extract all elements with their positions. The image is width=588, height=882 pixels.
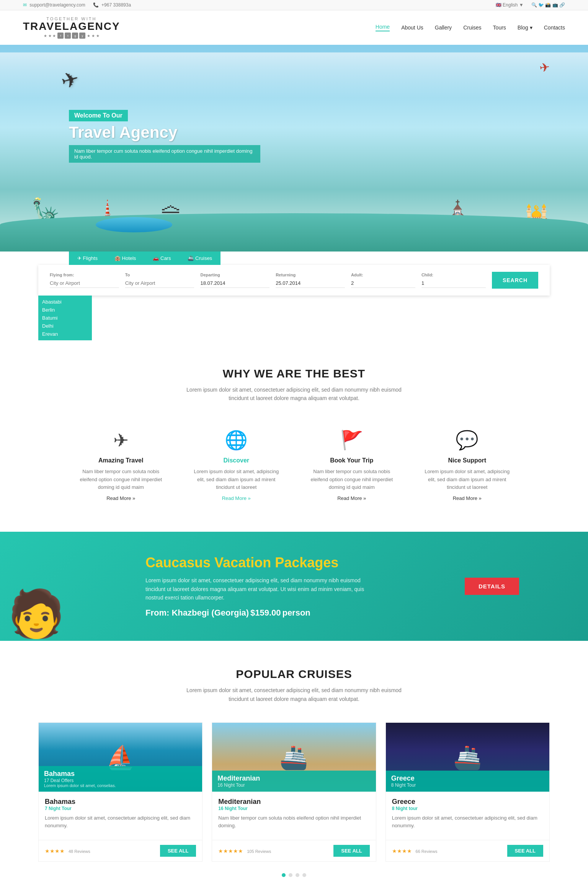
cruise-footer-med: ★★★★★ 105 Reviews SEE ALL <box>212 840 376 861</box>
cruise-card-mediteranian: 🚢 Mediteranian 16 Night Tour Mediterania… <box>212 722 376 862</box>
to-input[interactable] <box>125 279 194 288</box>
cruise-tour-med: 16 Night Tour <box>218 806 369 811</box>
cruise-footer-greece: ★★★★ 66 Reviews SEE ALL <box>386 840 549 861</box>
feature-support-readmore[interactable]: Read More <box>453 495 482 501</box>
feature-discover-readmore[interactable]: Read More <box>222 495 251 501</box>
search-button[interactable]: SEARCH <box>492 272 538 289</box>
header: Together With TRAVELAGENCY ★ ★ ★ f t g y… <box>0 10 588 45</box>
vacation-banner: 🧑 Caucasus Vacation Packages Lorem ipsum… <box>0 532 588 641</box>
nav-home[interactable]: Home <box>376 24 390 31</box>
discover-icon: 🌐 <box>192 430 281 451</box>
see-all-bahamas[interactable]: SEE ALL <box>160 845 196 857</box>
cruise-name-med: Mediteranian <box>218 798 369 806</box>
nav-cruises[interactable]: Cruises <box>463 24 481 31</box>
dot-3[interactable] <box>296 873 299 877</box>
cruise-overlay-title-greece: Greece <box>391 774 544 782</box>
feature-discover-title: Discover <box>192 457 281 464</box>
carousel-dots <box>38 873 550 877</box>
vacation-desc: Lorem ipsum dolor sit amet, consectetuer… <box>145 576 375 602</box>
dropdown-list: Abastabi Berlin Batumi Delhi Erevan <box>42 298 88 338</box>
cruise-body-med: Mediteranian 16 Night Tour Nam liber tem… <box>212 792 376 840</box>
cruise-body-greece: Greece 8 Night tour Lorem ipsum dolor si… <box>386 792 549 840</box>
stars-med: ★★★★★ <box>218 848 243 854</box>
dropdown-item-1[interactable]: Abastabi <box>42 298 88 306</box>
phone-icon: 📞 <box>93 2 99 8</box>
cruise-overlay-title-bahamas: Bahamas <box>44 770 197 778</box>
see-all-med[interactable]: SEE ALL <box>333 845 369 857</box>
gp-icon[interactable]: g <box>72 33 78 39</box>
nav-blog[interactable]: Blog ▾ <box>518 24 532 31</box>
vacation-details-button[interactable]: DETAILS <box>465 578 519 595</box>
search-section: ✈ Flights 🏨 Hotels 🚗 Cars 🚢 Cruises Flyi… <box>0 252 588 340</box>
logo: Together With TRAVELAGENCY ★ ★ ★ f t g y… <box>23 16 120 39</box>
feature-travel: ✈ Amazing Travel Nam liber tempor cum so… <box>69 422 173 509</box>
email-info: ✉ support@travelagency.com <box>23 2 85 8</box>
tab-cars[interactable]: 🚗 Cars <box>144 252 179 265</box>
dropdown-item-4[interactable]: Delhi <box>42 322 88 330</box>
tab-hotels[interactable]: 🏨 Hotels <box>106 252 144 265</box>
cruise-name-greece: Greece <box>392 798 543 806</box>
dropdown-item-3[interactable]: Batumi <box>42 314 88 322</box>
top-bar-left: ✉ support@travelagency.com 📞 +967 338893… <box>23 2 131 8</box>
cruise-rating-bahamas: ★★★★ 48 Reviews <box>45 848 90 854</box>
logo-social-links: f t g y <box>57 33 85 39</box>
yt-icon[interactable]: y <box>79 33 85 39</box>
flying-from-input[interactable] <box>50 279 119 288</box>
features-grid: ✈ Amazing Travel Nam liber tempor cum so… <box>69 422 519 509</box>
cruise-overlay-sub-med: 16 Night Tour <box>217 782 370 788</box>
tab-cruises[interactable]: 🚢 Cruises <box>179 252 220 265</box>
adult-group: Adult: <box>351 273 415 288</box>
tab-flights[interactable]: ✈ Flights <box>69 252 106 265</box>
cruise-overlay-title-med: Mediteranian <box>217 774 370 782</box>
travel-icon: ✈ <box>77 430 165 451</box>
cruise-card-greece: 🚢 Greece 8 Night Tour Greece 8 Night tou… <box>385 722 550 862</box>
fb-icon[interactable]: f <box>57 33 64 39</box>
see-all-greece[interactable]: SEE ALL <box>507 845 543 857</box>
cruise-img-bahamas: ⛵ Bahamas 17 Deal Offers Lorem ipsum dol… <box>39 723 202 792</box>
departing-group: Departing <box>200 273 270 288</box>
hero-content: Welcome To Our Travel Agency Nam liber t… <box>69 110 260 163</box>
nav-about[interactable]: About Us <box>401 24 423 31</box>
logo-name: TRAVELAGENCY <box>23 21 120 32</box>
hero-airplane-2: ✈ <box>538 59 550 75</box>
feature-support: 💬 Nice Support Lorem ipsum dolor sit ame… <box>415 422 519 509</box>
child-input[interactable] <box>421 279 486 288</box>
cruise-desc-med: Nam liber tempor cum soluta nobis eleife… <box>218 814 369 829</box>
language-selector[interactable]: 🇬🇧 English ▼ <box>496 2 524 8</box>
child-label: Child: <box>421 273 486 277</box>
cruise-rating-med: ★★★★★ 105 Reviews <box>218 848 271 854</box>
vacation-person-icon: 🧑 <box>8 587 65 641</box>
dot-1[interactable] <box>282 873 286 877</box>
email-icon: ✉ <box>23 2 27 8</box>
feature-discover-text: Lorem ipsum dolor sit amet, adipiscing e… <box>192 468 281 492</box>
returning-input[interactable] <box>276 279 345 288</box>
tw-icon[interactable]: t <box>65 33 71 39</box>
returning-group: Returning <box>276 273 345 288</box>
returning-label: Returning <box>276 273 345 277</box>
feature-book-readmore[interactable]: Read More <box>337 495 366 501</box>
nav-contacts[interactable]: Contacts <box>544 24 565 31</box>
cruise-name-bahamas: Bahamas <box>45 798 196 806</box>
flying-from-group: Flying from: <box>50 273 119 288</box>
feature-travel-readmore[interactable]: Read More <box>106 495 135 501</box>
to-label: To <box>125 273 194 277</box>
adult-input[interactable] <box>351 279 415 288</box>
dropdown-item-2[interactable]: Berlin <box>42 306 88 314</box>
feature-book-text: Nam liber tempor cum soluta nobis eleife… <box>307 468 396 492</box>
dropdown-item-5[interactable]: Erevan <box>42 330 88 338</box>
phone-info: 📞 +967 338893a <box>93 2 131 8</box>
cruise-tour-greece: 8 Night tour <box>392 806 543 811</box>
departing-label: Departing <box>200 273 270 277</box>
nav-tours[interactable]: Tours <box>493 24 506 31</box>
child-group: Child: <box>421 273 486 288</box>
dot-2[interactable] <box>289 873 292 877</box>
cruise-overlay-desc: Lorem ipsum dolor sit amet, conselias. <box>44 783 197 788</box>
cruise-overlay-sub-bahamas: 17 Deal Offers <box>44 778 197 783</box>
nav-gallery[interactable]: Gallery <box>435 24 452 31</box>
vacation-title: Caucasus Vacation Packages <box>145 555 375 571</box>
logo-stars: ★ ★ ★ f t g y ★ ★ ★ <box>44 33 100 39</box>
book-icon: 🚩 <box>307 430 396 451</box>
departing-input[interactable] <box>200 279 270 288</box>
dot-4[interactable] <box>302 873 306 877</box>
hero-subtitle: Nam liber tempor cum soluta nobis eleife… <box>69 145 260 163</box>
